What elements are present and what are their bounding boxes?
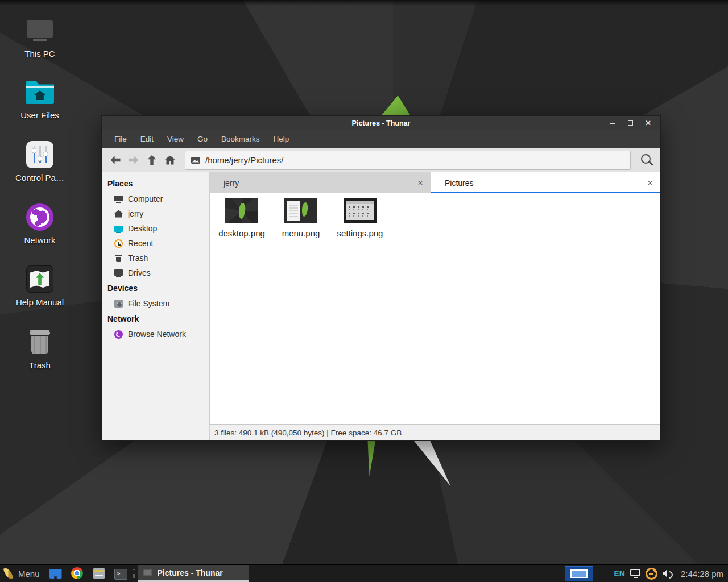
back-icon [111, 156, 121, 164]
tab-close-icon[interactable]: ✕ [417, 179, 423, 187]
maximize-button[interactable] [622, 116, 639, 130]
desktop-icon-label: Trash [9, 360, 71, 370]
file-item[interactable]: menu.png [274, 198, 328, 238]
display-tray-icon[interactable] [630, 569, 640, 576]
file-name: desktop.png [218, 228, 265, 238]
menu-item[interactable]: Go [191, 130, 214, 148]
sidebar-row-icon [114, 209, 123, 219]
menu-item[interactable]: Edit [134, 130, 160, 148]
desktop-icon-control-panel[interactable]: Control Pa… [9, 139, 71, 182]
search-button[interactable] [636, 151, 656, 170]
desktop-wallpaper: This PC User Files Control Pa… N [0, 0, 728, 564]
menu-button[interactable]: Menu [18, 569, 40, 579]
home-button[interactable] [161, 151, 179, 169]
file-name: settings.png [337, 228, 383, 238]
desktop-icon-art [26, 80, 54, 104]
desktop-icon-art [26, 265, 53, 293]
tab-bar: jerry ✕ Pictures ✕ [210, 172, 660, 193]
desktop-icon-label: This PC [9, 49, 71, 59]
sidebar-row: Places [102, 176, 209, 192]
update-notifier-icon[interactable] [646, 568, 657, 580]
taskbar: Menu >_ Pictures - Thunar EN [0, 564, 728, 582]
menu-item[interactable]: View [160, 130, 191, 148]
menu-item[interactable]: Bookmarks [214, 130, 267, 148]
file-thumbnail [225, 198, 258, 223]
sidebar-row: Devices [102, 280, 209, 296]
menu-feather-icon[interactable] [3, 567, 13, 580]
file-item[interactable]: settings.png [333, 198, 387, 238]
desktop-icon-help-manual[interactable]: Help Manual [9, 263, 71, 307]
sidebar-row-label: Computer [128, 194, 163, 203]
clock[interactable]: 2:44:28 pm [681, 569, 723, 579]
sidebar-row-label: jerry [128, 209, 143, 218]
sidebar-row[interactable]: Recent [102, 236, 209, 251]
taskbar-window-button[interactable]: Pictures - Thunar [138, 565, 249, 582]
sidebar-row-icon [114, 299, 123, 309]
window-controls: ✕ [604, 116, 657, 130]
toolbar: /home/jerry/Pictures/ [102, 148, 660, 172]
terminal-icon[interactable]: >_ [114, 567, 127, 580]
taskbar-window-icon [143, 569, 152, 576]
archive-manager-icon[interactable] [92, 567, 106, 580]
desktop-icons: This PC User Files Control Pa… N [9, 0, 72, 564]
sidebar-row[interactable]: Trash [102, 251, 209, 265]
menu-item[interactable]: Help [267, 130, 296, 148]
taskbar-window-label: Pictures - Thunar [158, 568, 223, 577]
desktop-icon-user-files[interactable]: User Files [9, 76, 71, 120]
titlebar[interactable]: Pictures - Thunar ✕ [102, 116, 660, 130]
close-button[interactable]: ✕ [639, 116, 657, 130]
back-button[interactable] [106, 151, 125, 169]
forward-icon [129, 156, 139, 164]
chrome-icon[interactable] [71, 567, 84, 580]
home-icon [165, 156, 175, 165]
status-text: 3 files: 490.1 kB (490,050 bytes) | Free… [214, 429, 402, 437]
taskbar-separator [133, 569, 135, 578]
minimize-icon [610, 123, 615, 124]
file-name: menu.png [282, 228, 320, 238]
keyboard-layout-indicator[interactable]: EN [614, 569, 624, 578]
sidebar-row[interactable]: jerry [102, 206, 209, 221]
sidebar-row[interactable]: Browse Network [102, 327, 209, 342]
desktop-icon-label: Control Pa… [9, 173, 71, 182]
window-content: Places Computer jerry Desktop [102, 172, 660, 440]
sidebar-row[interactable]: Drives [102, 265, 209, 280]
sidebar-row-label: Browse Network [128, 330, 186, 339]
sidebar-row-icon [114, 194, 123, 204]
sidebar-row[interactable]: Computer [102, 192, 209, 206]
desktop-icon-this-pc[interactable]: This PC [9, 15, 71, 59]
desktop-icon-art [26, 203, 53, 231]
tab[interactable]: jerry ✕ [210, 172, 431, 193]
sidebar-row-label: Network [107, 314, 139, 323]
sidebar-row-label: Places [107, 179, 133, 188]
sidebar-row-label: Desktop [128, 224, 157, 233]
wallpaper-feather-tip [381, 95, 411, 116]
file-thumbnail [284, 198, 317, 223]
active-workspace [570, 569, 588, 578]
volume-icon[interactable] [663, 569, 674, 578]
desktop-icon-network[interactable]: Network [9, 201, 71, 245]
menu-item[interactable]: File [107, 130, 134, 148]
up-button[interactable] [143, 151, 161, 169]
sidebar-row-label: Recent [128, 239, 153, 248]
file-list[interactable]: desktop.png menu.png settings.png [210, 193, 660, 424]
path-bar[interactable]: /home/jerry/Pictures/ [185, 151, 631, 170]
file-manager-icon[interactable] [49, 567, 63, 580]
sidebar-row[interactable]: Desktop [102, 221, 209, 236]
tab-label: Pictures [445, 178, 474, 188]
main-pane: jerry ✕ Pictures ✕ deskto [210, 172, 660, 440]
tab[interactable]: Pictures ✕ [431, 172, 660, 193]
quick-launchers: >_ [49, 567, 127, 580]
thunar-window: Pictures - Thunar ✕ File Edit View Go Bo… [101, 115, 661, 441]
workspace-switcher[interactable] [565, 566, 593, 581]
desktop-icon-trash[interactable]: Trash [9, 326, 71, 370]
desktop-icon-label: User Files [9, 110, 71, 120]
minimize-button[interactable] [604, 116, 622, 130]
status-bar: 3 files: 490.1 kB (490,050 bytes) | Free… [210, 424, 660, 440]
forward-button[interactable] [125, 151, 143, 169]
sidebar-row[interactable]: File System [102, 296, 209, 311]
sidebar-row-icon [114, 239, 123, 248]
file-item[interactable]: desktop.png [214, 198, 269, 238]
wallpaper-feather-edge [367, 441, 375, 476]
tab-close-icon[interactable]: ✕ [647, 179, 653, 187]
system-tray: EN 2:44:28 pm [614, 568, 728, 580]
